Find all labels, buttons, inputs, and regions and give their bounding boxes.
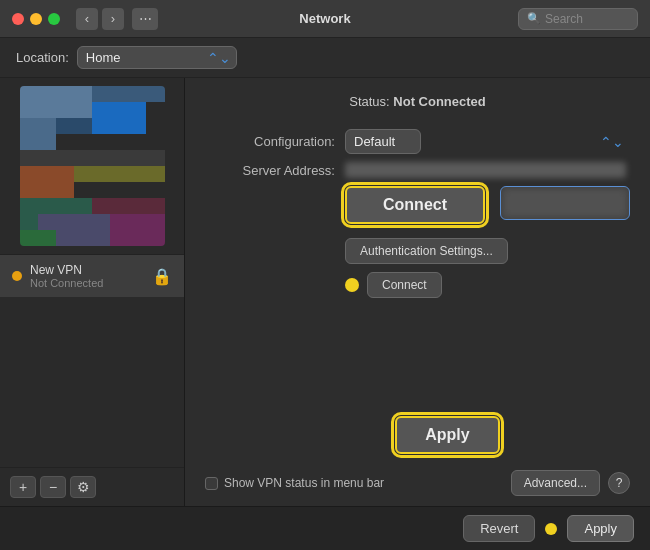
connect-main-button[interactable]: Connect [345, 186, 485, 224]
minimize-button[interactable] [30, 13, 42, 25]
connect-small-row: Connect [345, 272, 630, 298]
titlebar: ‹ › ⋯ Network 🔍 Search [0, 0, 650, 38]
vpn-status: Not Connected [30, 277, 144, 289]
lock-icon: 🔒 [152, 267, 172, 286]
main-content: New VPN Not Connected 🔒 + − ⚙ Status: No… [0, 78, 650, 506]
config-select-arrow: ⌃⌄ [600, 134, 624, 150]
blurred-network-list [20, 86, 165, 246]
traffic-lights [12, 13, 60, 25]
connect-small-button[interactable]: Connect [367, 272, 442, 298]
location-select-wrap[interactable]: Home Automatic ⌃⌄ [77, 46, 237, 69]
location-label: Location: [16, 50, 69, 65]
apply-large-section: Apply [205, 416, 630, 454]
vpn-menubar-checkbox[interactable] [205, 477, 218, 490]
vpn-sidebar-item[interactable]: New VPN Not Connected 🔒 [0, 254, 184, 297]
search-box[interactable]: 🔍 Search [518, 8, 638, 30]
sidebar-actions: + − ⚙ [0, 467, 184, 506]
window-title: Network [299, 11, 350, 26]
apply-footer-button[interactable]: Apply [567, 515, 634, 542]
auth-connect-row: Authentication Settings... [345, 238, 630, 264]
account-name-input[interactable] [500, 186, 630, 220]
bottom-right-buttons: Advanced... ? [511, 470, 630, 496]
config-label: Configuration: [205, 134, 335, 149]
location-select[interactable]: Home Automatic [77, 46, 237, 69]
settings-network-button[interactable]: ⚙ [70, 476, 96, 498]
back-button[interactable]: ‹ [76, 8, 98, 30]
location-bar: Location: Home Automatic ⌃⌄ [0, 38, 650, 78]
maximize-button[interactable] [48, 13, 60, 25]
search-icon: 🔍 [527, 12, 541, 25]
vpn-menubar-label: Show VPN status in menu bar [224, 476, 384, 490]
vpn-name: New VPN [30, 263, 144, 277]
connection-status-dot [12, 271, 22, 281]
server-address-row: Server Address: [205, 162, 630, 178]
config-select-wrap[interactable]: Default ⌃⌄ [345, 129, 630, 154]
footer-bar: Revert Apply [0, 506, 650, 550]
forward-button[interactable]: › [102, 8, 124, 30]
config-row: Configuration: Default ⌃⌄ [205, 129, 630, 154]
connect-section: Connect [205, 186, 630, 226]
auth-settings-button[interactable]: Authentication Settings... [345, 238, 508, 264]
config-select[interactable]: Default [345, 129, 421, 154]
apply-footer-dot [545, 523, 557, 535]
advanced-button[interactable]: Advanced... [511, 470, 600, 496]
bottom-options-row: Show VPN status in menu bar Advanced... … [205, 462, 630, 496]
server-address-label: Server Address: [205, 163, 335, 178]
vpn-menubar-checkbox-label[interactable]: Show VPN status in menu bar [205, 476, 384, 490]
nav-arrows: ‹ › [76, 8, 124, 30]
sidebar: New VPN Not Connected 🔒 + − ⚙ [0, 78, 185, 506]
remove-network-button[interactable]: − [40, 476, 66, 498]
search-placeholder: Search [545, 12, 583, 26]
connect-annotation-dot [345, 278, 359, 292]
right-panel: Status: Not Connected Configuration: Def… [185, 78, 650, 506]
grid-button[interactable]: ⋯ [132, 8, 158, 30]
status-label: Status: [349, 94, 389, 109]
add-network-button[interactable]: + [10, 476, 36, 498]
close-button[interactable] [12, 13, 24, 25]
server-address-value [345, 162, 626, 178]
status-row: Status: Not Connected [205, 94, 630, 109]
help-button[interactable]: ? [608, 472, 630, 494]
revert-button[interactable]: Revert [463, 515, 535, 542]
status-value: Not Connected [393, 94, 485, 109]
apply-large-button[interactable]: Apply [395, 416, 499, 454]
vpn-label: New VPN Not Connected [30, 263, 144, 289]
